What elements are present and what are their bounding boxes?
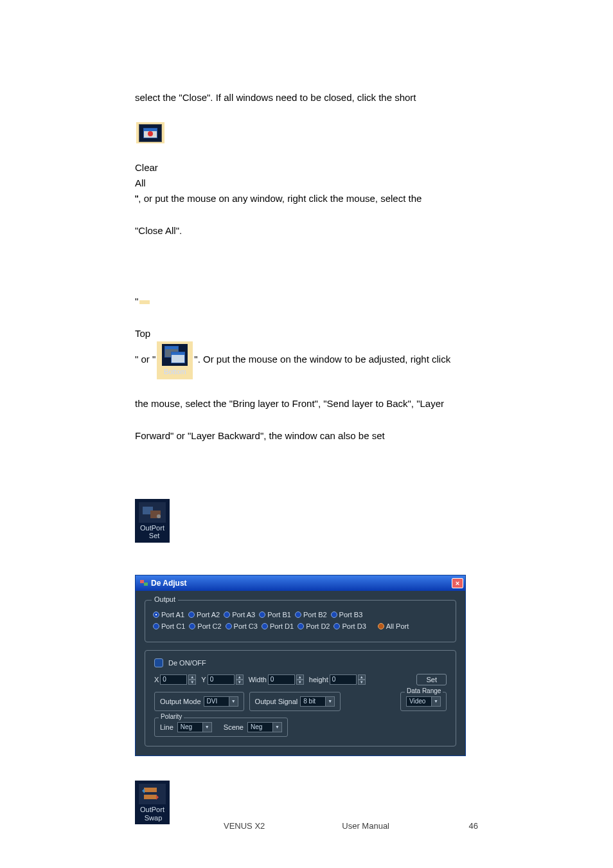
send-to-bottom-button[interactable]: Bottom	[157, 341, 193, 379]
port-row-2: Port C1 Port C2 Port C3 Port D1 Port D2 …	[153, 622, 448, 630]
line-select[interactable]: Neg ▼	[177, 722, 212, 732]
outport-swap-button[interactable]: OutPort Swap	[135, 781, 170, 824]
height-label: height	[309, 676, 328, 683]
page-footer: VENUS X2 User Manual 46	[0, 821, 613, 831]
body-text-1: select the "Close". If all windows need …	[135, 90, 478, 105]
radio-port-c2[interactable]: Port C2	[189, 622, 221, 630]
close-window-icon	[139, 124, 162, 142]
footer-page-number: 46	[469, 821, 478, 831]
clear-all-label: Clear All	[135, 160, 478, 191]
radio-port-b2[interactable]: Port B2	[295, 611, 327, 619]
set-button[interactable]: Set	[416, 674, 447, 685]
settings-block: De ON/OFF X 0 ▲▼ Y 0 ▲▼ Width 0	[145, 650, 456, 746]
output-mode-select[interactable]: DVI ▼	[204, 696, 238, 707]
x-spinner[interactable]: ▲▼	[188, 674, 196, 685]
body-text-3: "Close All".	[135, 223, 478, 239]
line-label: Line	[160, 723, 173, 731]
layer-bottom-icon	[162, 344, 188, 366]
body-text-6: Forward" or "Layer Backward", the window…	[135, 428, 478, 444]
output-signal-select[interactable]: 8 bit ▼	[300, 696, 335, 707]
x-input[interactable]: 0	[160, 674, 187, 685]
radio-port-a3[interactable]: Port A3	[224, 611, 255, 619]
radio-port-c3[interactable]: Port C3	[226, 622, 258, 630]
width-spinner[interactable]: ▲▼	[296, 674, 304, 685]
svg-point-2	[157, 514, 161, 518]
dialog-titlebar[interactable]: De Adjust ×	[136, 575, 465, 591]
scene-label: Scene	[224, 723, 244, 731]
body-text-4: "	[135, 294, 478, 309]
de-onoff-checkbox[interactable]	[154, 658, 163, 667]
x-label: X	[154, 676, 159, 683]
output-mode-label: Output Mode	[160, 698, 201, 705]
radio-port-d2[interactable]: Port D2	[298, 622, 330, 630]
dialog-title: De Adjust	[151, 579, 187, 588]
data-range-select[interactable]: Video ▼	[406, 696, 441, 707]
port-row-1: Port A1 Port A2 Port A3 Port B1 Port B2 …	[153, 611, 448, 619]
y-label: Y	[201, 676, 206, 683]
height-spinner[interactable]: ▲▼	[358, 674, 366, 685]
radio-port-b1[interactable]: Port B1	[259, 611, 291, 619]
height-input[interactable]: 0	[330, 674, 357, 685]
outport-swap-icon	[139, 784, 166, 804]
de-onoff-label: De ON/OFF	[168, 659, 206, 667]
outport-set-button[interactable]: OutPort Set	[135, 499, 170, 543]
chevron-down-icon: ▼	[273, 722, 282, 732]
output-signal-label: Output Signal	[255, 698, 298, 705]
dialog-icon	[139, 579, 148, 587]
footer-product: VENUS X2	[224, 821, 265, 831]
chevron-down-icon: ▼	[432, 696, 441, 707]
polarity-legend: Polarity	[159, 713, 184, 720]
width-input[interactable]: 0	[268, 674, 295, 685]
outport-set-icon	[139, 502, 166, 523]
width-label: Width	[249, 676, 267, 683]
data-range-legend: Data Range	[405, 687, 443, 694]
radio-port-b3[interactable]: Port B3	[331, 611, 363, 619]
radio-port-d1[interactable]: Port D1	[262, 622, 294, 630]
radio-port-d3[interactable]: Port D3	[333, 622, 366, 630]
svg-rect-6	[144, 795, 157, 799]
output-fieldset: Output Port A1 Port A2 Port A3 Port B1 P…	[145, 600, 456, 642]
dialog-close-button[interactable]: ×	[452, 578, 463, 588]
footer-doctype: User Manual	[342, 821, 389, 831]
radio-port-a1[interactable]: Port A1	[153, 611, 184, 619]
svg-rect-4	[144, 583, 148, 586]
de-adjust-dialog: De Adjust × Output Port A1 Port A2 Port …	[135, 575, 466, 756]
radio-port-a2[interactable]: Port A2	[188, 611, 220, 619]
svg-rect-5	[144, 788, 157, 792]
radio-all-port[interactable]: All Port	[378, 622, 409, 630]
y-input[interactable]: 0	[208, 674, 235, 685]
radio-port-c1[interactable]: Port C1	[153, 622, 185, 630]
body-text-2	[135, 122, 478, 143]
scene-select[interactable]: Neg ▼	[247, 722, 282, 732]
clear-all-button[interactable]	[136, 122, 164, 143]
bring-to-top-button[interactable]	[139, 300, 150, 304]
svg-rect-3	[140, 580, 144, 583]
output-legend: Output	[152, 595, 178, 603]
chevron-down-icon: ▼	[326, 696, 335, 707]
y-spinner[interactable]: ▲▼	[236, 674, 244, 685]
chevron-down-icon: ▼	[229, 696, 238, 707]
body-text-5: the mouse, select the "Bring layer to Fr…	[135, 396, 478, 411]
chevron-down-icon: ▼	[203, 722, 212, 732]
